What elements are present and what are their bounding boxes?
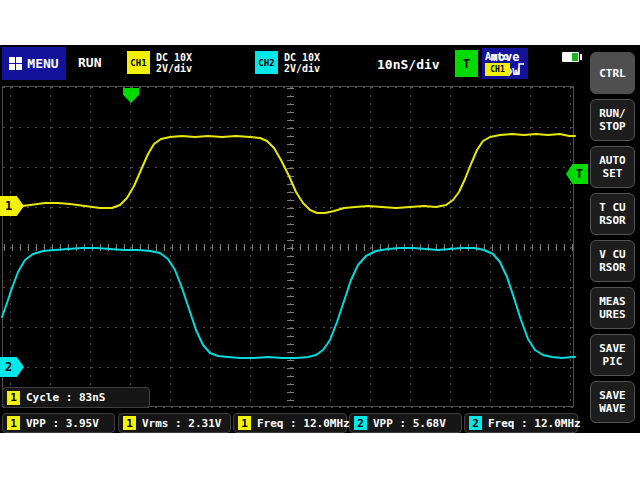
ch2-badge[interactable]: CH2: [255, 51, 278, 74]
trigger-mode-label: Auto: [485, 51, 509, 62]
measurement-text: Vrms : 2.31V: [142, 417, 221, 430]
ch1-badge[interactable]: CH1: [127, 51, 150, 74]
channel-badge: 1: [123, 416, 136, 430]
trigger-badge[interactable]: T: [455, 50, 478, 77]
acquisition-status: RUN: [78, 55, 101, 70]
trigger-source-badge[interactable]: CH1: [485, 63, 510, 76]
sidebar-button-save-pic[interactable]: SAVE PIC: [590, 334, 635, 376]
measurement-ch1-vrms: 1 Vrms : 2.31V: [118, 413, 231, 433]
measurement-text: Freq : 12.0MHz: [257, 417, 350, 430]
channel-badge: 2: [469, 416, 482, 430]
oscilloscope-screenshot: 1 2 T MENU RUN CH1 DC 10X 2V/div CH2 DC …: [0, 0, 640, 480]
channel-badge: 1: [7, 416, 20, 430]
battery-icon: [562, 52, 579, 62]
sidebar-button-run-stop[interactable]: RUN/ STOP: [590, 99, 635, 141]
measurement-ch1-freq: 1 Freq : 12.0MHz: [233, 413, 347, 433]
measurement-text: Freq : 12.0MHz: [488, 417, 581, 430]
measurement-text: VPP : 3.95V: [26, 417, 99, 430]
menu-label: MENU: [27, 56, 58, 71]
measurement-ch2-freq: 2 Freq : 12.0MHz: [464, 413, 578, 433]
timebase-readout[interactable]: 10nS/div: [377, 57, 440, 72]
measurement-text: VPP : 5.68V: [373, 417, 446, 430]
channel-badge: 1: [7, 391, 20, 405]
measurement-ch1-vpp: 1 VPP : 3.95V: [2, 413, 115, 433]
sidebar-button-t-cursor[interactable]: T CU RSOR: [590, 193, 635, 235]
ch1-settings: DC 10X 2V/div: [156, 52, 192, 74]
rising-edge-trigger-icon: [514, 62, 525, 76]
ch2-settings: DC 10X 2V/div: [284, 52, 320, 74]
sidebar-button-v-cursor[interactable]: V CU RSOR: [590, 240, 635, 282]
sidebar-button-measures[interactable]: MEAS URES: [590, 287, 635, 329]
channel-badge: 2: [354, 416, 367, 430]
channel-badge: 1: [238, 416, 251, 430]
menu-button[interactable]: MENU: [2, 47, 66, 80]
sidebar-button-auto-set[interactable]: AUTO SET: [590, 146, 635, 188]
cycle-readout: 1 Cycle : 83nS: [2, 387, 150, 408]
sidebar-button-save-wave[interactable]: SAVE WAVE: [590, 381, 635, 423]
measurement-ch2-vpp: 2 VPP : 5.68V: [349, 413, 462, 433]
menu-grid-icon: [9, 57, 22, 70]
center-vertical-ticks: [287, 88, 294, 406]
cycle-text: Cycle : 83nS: [26, 391, 105, 404]
sidebar-button-ctrl[interactable]: CTRL: [590, 52, 635, 94]
